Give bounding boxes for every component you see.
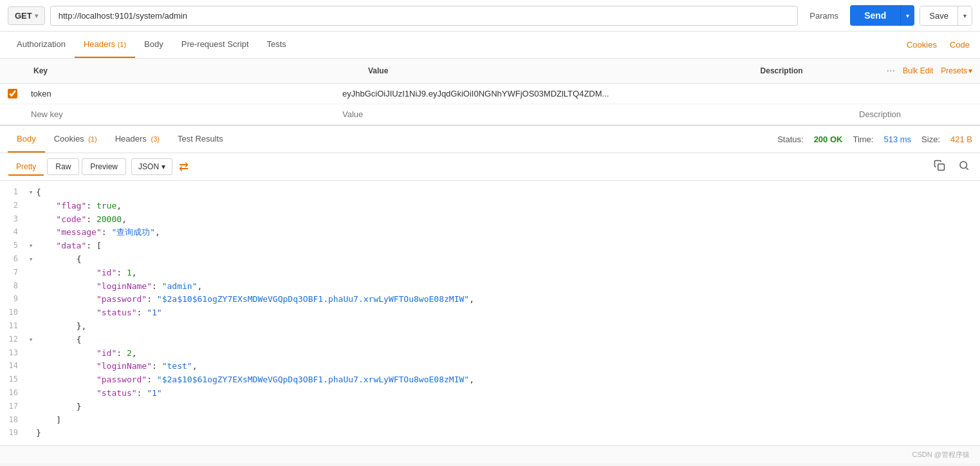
line-content: "message": "查询成功",	[36, 226, 980, 239]
token-checkbox[interactable]	[8, 89, 17, 98]
line-gutter: ▾	[26, 186, 36, 198]
tab-body-req[interactable]: Body	[135, 32, 172, 58]
line-content: {	[36, 333, 980, 347]
code-line-17: 17 }	[0, 400, 980, 414]
body-view-bar: Pretty Raw Preview JSON ▾ ⇄	[0, 153, 980, 181]
line-number: 19	[0, 427, 26, 439]
line-number: 11	[0, 320, 26, 332]
line-number: 8	[0, 280, 26, 292]
body-view-right	[931, 157, 972, 176]
line-gutter	[26, 200, 36, 200]
tab-authorization[interactable]: Authorization	[8, 32, 75, 58]
svg-line-2	[966, 167, 968, 169]
line-content: "password": "$2a$10$61ogZY7EXsMDWeVGQpDq…	[36, 373, 980, 387]
three-dots-icon[interactable]: ···	[887, 65, 895, 77]
params-button[interactable]: Params	[803, 7, 845, 24]
line-gutter	[26, 414, 36, 415]
wrap-icon[interactable]: ⇄	[179, 160, 189, 174]
line-content: "status": "1"	[36, 387, 980, 400]
line-gutter	[26, 387, 36, 387]
line-content: "flag": true,	[36, 200, 980, 213]
token-key-input[interactable]	[23, 84, 335, 104]
resp-tab-cookies[interactable]: Cookies (1)	[45, 126, 106, 153]
line-gutter	[26, 266, 36, 267]
code-line-14: 14 "loginName": "test",	[0, 360, 980, 373]
pretty-button[interactable]: Pretty	[8, 158, 44, 176]
code-area: 1 ▾ { 2 "flag": true, 3 "code": 20000, 4…	[0, 181, 980, 445]
new-key-input[interactable]	[23, 104, 335, 124]
req-tab-right: Cookies Code	[904, 32, 972, 57]
search-button[interactable]	[956, 157, 972, 176]
code-line-2: 2 "flag": true,	[0, 200, 980, 213]
code-line-19: 19 }	[0, 427, 980, 440]
response-tabs-bar: Body Cookies (1) Headers (3) Test Result…	[0, 126, 980, 153]
line-number: 5	[0, 239, 26, 252]
line-content: "data": [	[36, 239, 980, 253]
line-content: },	[36, 320, 980, 333]
bulk-edit-button[interactable]: Bulk Edit	[903, 66, 933, 75]
save-dropdown-button[interactable]: ▾	[957, 6, 972, 25]
save-button[interactable]: Save	[920, 6, 957, 25]
presets-button[interactable]: Presets ▾	[941, 66, 972, 75]
line-gutter	[26, 400, 36, 401]
json-format-select[interactable]: JSON ▾	[131, 158, 172, 175]
new-value-input[interactable]	[335, 104, 851, 124]
preview-button[interactable]: Preview	[82, 158, 126, 175]
resp-tab-headers[interactable]: Headers (3)	[106, 126, 169, 153]
watermark: CSDN @管程序猿	[0, 445, 980, 463]
line-gutter	[26, 373, 36, 374]
line-number: 1	[0, 186, 26, 198]
method-select[interactable]: GET ▾	[8, 6, 45, 25]
new-desc-input[interactable]	[851, 104, 980, 124]
line-number: 10	[0, 306, 26, 319]
response-section: Body Cookies (1) Headers (3) Test Result…	[0, 126, 980, 445]
line-gutter: ▾	[26, 239, 36, 252]
tab-headers[interactable]: Headers (1)	[75, 32, 135, 58]
presets-chevron-icon: ▾	[968, 66, 972, 75]
code-line-9: 9 "password": "$2a$10$61ogZY7EXsMDWeVGQp…	[0, 293, 980, 306]
cookies-link[interactable]: Cookies	[904, 32, 939, 57]
raw-button[interactable]: Raw	[47, 158, 79, 175]
tab-prerequest[interactable]: Pre-request Script	[172, 32, 258, 58]
method-chevron-icon: ▾	[35, 12, 38, 19]
save-button-group: Save ▾	[920, 6, 972, 26]
time-value: 513 ms	[883, 135, 911, 144]
token-value-input[interactable]	[335, 84, 851, 104]
send-button-group: Send ▾	[850, 5, 914, 26]
headers-section: Key Value Description ··· Bulk Edit Pres…	[0, 59, 980, 126]
line-content: "status": "1"	[36, 306, 980, 320]
code-line-1: 1 ▾ {	[0, 186, 980, 200]
line-content: }	[36, 427, 980, 440]
top-bar: GET ▾ Params Send ▾ Save ▾	[0, 0, 980, 32]
line-gutter: ▾	[26, 253, 36, 265]
send-button[interactable]: Send	[850, 5, 900, 26]
header-row-token	[0, 84, 980, 104]
line-gutter	[26, 306, 36, 307]
code-line-4: 4 "message": "查询成功",	[0, 226, 980, 239]
code-line-11: 11 },	[0, 320, 980, 333]
headers-actions: ··· Bulk Edit Presets ▾	[879, 62, 980, 79]
resp-tab-body[interactable]: Body	[8, 126, 45, 153]
line-content: "id": 1,	[36, 266, 980, 280]
line-gutter	[26, 213, 36, 214]
json-chevron-icon: ▾	[162, 162, 165, 171]
send-dropdown-button[interactable]: ▾	[900, 5, 914, 26]
size-value: 421 B	[950, 135, 972, 144]
time-label: Time:	[853, 135, 873, 144]
resp-tab-test-results[interactable]: Test Results	[169, 126, 232, 153]
code-link[interactable]: Code	[947, 32, 972, 57]
col-value-header: Value	[358, 64, 750, 78]
url-input[interactable]	[50, 6, 799, 26]
line-content: {	[36, 253, 980, 266]
svg-rect-0	[938, 164, 945, 171]
code-line-15: 15 "password": "$2a$10$61ogZY7EXsMDWeVGQ…	[0, 373, 980, 387]
line-gutter	[26, 347, 36, 348]
token-desc-input[interactable]	[851, 84, 980, 104]
tab-tests[interactable]: Tests	[258, 32, 295, 58]
code-line-6: 6 ▾ {	[0, 253, 980, 266]
line-content: {	[36, 186, 980, 200]
response-stats: Status: 200 OK Time: 513 ms Size: 421 B	[777, 135, 972, 144]
copy-button[interactable]	[931, 157, 948, 176]
code-line-3: 3 "code": 20000,	[0, 213, 980, 227]
header-new-row	[0, 104, 980, 125]
